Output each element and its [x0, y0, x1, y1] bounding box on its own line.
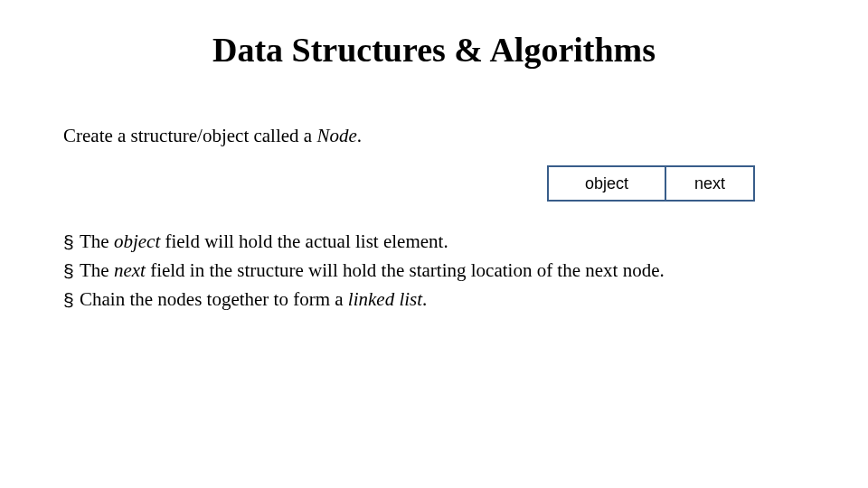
slide: Data Structures & Algorithms Create a st…: [0, 0, 868, 488]
bullet-before: Chain the nodes together to form a: [80, 288, 348, 310]
bullet-marker-icon: §: [63, 286, 80, 314]
page-title: Data Structures & Algorithms: [0, 30, 868, 70]
node-field-object: object: [547, 165, 665, 202]
intro-prefix: Create a structure/object called a: [63, 125, 316, 146]
bullet-text: The next field in the structure will hol…: [80, 258, 665, 285]
bullet-after: field will hold the actual list element.: [160, 230, 448, 252]
list-item: § The next field in the structure will h…: [63, 258, 665, 285]
bullet-text: Chain the nodes together to form a linke…: [80, 286, 665, 314]
intro-line: Create a structure/object called a Node.: [63, 125, 362, 147]
node-field-next: next: [665, 165, 755, 202]
bullet-list: § The object field will hold the actual …: [63, 229, 665, 314]
intro-node-word: Node: [316, 125, 356, 146]
bullet-before: The: [80, 259, 114, 281]
bullet-after: .: [422, 288, 427, 310]
bullet-after: field in the structure will hold the sta…: [146, 259, 665, 281]
bullet-em: linked list: [348, 288, 422, 310]
bullet-em: object: [114, 230, 160, 252]
list-item: § Chain the nodes together to form a lin…: [63, 286, 665, 314]
bullet-before: The: [80, 230, 114, 252]
bullet-em: next: [114, 259, 146, 281]
bullet-marker-icon: §: [63, 229, 80, 256]
bullet-marker-icon: §: [63, 258, 80, 285]
list-item: § The object field will hold the actual …: [63, 229, 665, 256]
intro-suffix: .: [357, 125, 362, 146]
node-diagram: object next: [547, 165, 755, 202]
bullet-text: The object field will hold the actual li…: [80, 229, 665, 256]
